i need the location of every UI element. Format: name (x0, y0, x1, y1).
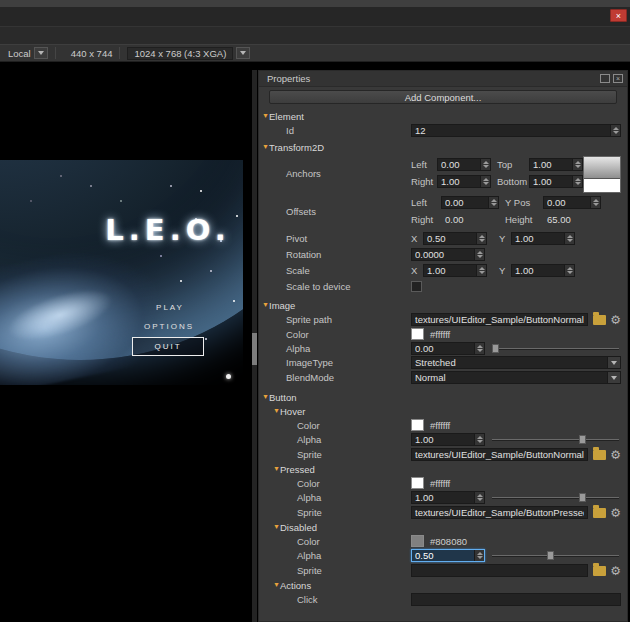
numeric-spinner[interactable] (572, 176, 582, 187)
browse-folder-icon[interactable] (593, 450, 606, 460)
numeric-spinner[interactable] (610, 125, 620, 136)
numeric-spinner[interactable] (590, 197, 600, 208)
coord-space-dropdown[interactable] (34, 47, 48, 59)
spinner-up-icon[interactable] (477, 436, 483, 439)
spinner-down-icon[interactable] (477, 255, 483, 258)
spinner-down-icon[interactable] (477, 440, 483, 443)
numeric-spinner[interactable] (488, 197, 498, 208)
alpha-slider[interactable] (492, 433, 621, 446)
sprite-field[interactable]: textures/UIEditor_Sample/ButtonNormal.ti… (411, 448, 588, 461)
window-close-button[interactable]: × (610, 9, 627, 22)
spinner-down-icon[interactable] (479, 271, 485, 274)
numeric-spinner[interactable] (476, 265, 486, 276)
color-swatch[interactable] (411, 477, 424, 489)
spinner-up-icon[interactable] (613, 127, 619, 130)
slider-track[interactable] (492, 439, 619, 440)
game-canvas-preview[interactable]: L.E.O. PLAY OPTIONS QUIT (0, 160, 243, 385)
spinner-up-icon[interactable] (567, 267, 573, 270)
alpha-slider[interactable] (492, 342, 621, 355)
slider-knob[interactable] (579, 493, 586, 502)
sprite-field[interactable]: textures/UIEditor_Sample/ButtonPressed.t… (411, 506, 588, 519)
slider-knob[interactable] (492, 344, 499, 353)
alpha-slider[interactable] (492, 491, 621, 504)
spinner-down-icon[interactable] (575, 165, 581, 168)
spinner-up-icon[interactable] (477, 494, 483, 497)
alpha-field[interactable]: 1.00 (411, 433, 485, 446)
offset-left-field[interactable]: 0.00 (441, 196, 499, 209)
slider-track[interactable] (492, 555, 619, 556)
spinner-up-icon[interactable] (575, 161, 581, 164)
spinner-down-icon[interactable] (477, 556, 483, 559)
subsection-actions[interactable]: ▼ Actions (259, 578, 627, 592)
section-button[interactable]: ▼ Button (259, 390, 627, 404)
spinner-up-icon[interactable] (477, 251, 483, 254)
scale-y-field[interactable]: 1.00 (511, 264, 575, 277)
numeric-spinner[interactable] (474, 550, 484, 561)
alpha-field-focused[interactable]: 0.50 (411, 549, 485, 562)
collapse-arrow-icon[interactable]: ▼ (259, 143, 269, 151)
panel-scrollbar-thumb[interactable] (252, 333, 257, 365)
offset-ypos-field[interactable]: 0.00 (543, 196, 601, 209)
sprite-path-field[interactable]: textures/UIEditor_Sample/ButtonNormal.ti… (411, 313, 588, 326)
spinner-down-icon[interactable] (477, 349, 483, 352)
spinner-up-icon[interactable] (567, 235, 573, 238)
spinner-down-icon[interactable] (483, 182, 489, 185)
settings-gear-icon[interactable]: ⚙ (610, 565, 621, 577)
settings-gear-icon[interactable]: ⚙ (610, 314, 621, 326)
offset-height-value[interactable]: 65.00 (543, 214, 601, 225)
numeric-spinner[interactable] (476, 233, 486, 244)
section-image[interactable]: ▼ Image (259, 298, 627, 312)
browse-folder-icon[interactable] (593, 566, 606, 576)
spinner-down-icon[interactable] (613, 131, 619, 134)
alpha-slider[interactable] (492, 549, 621, 562)
browse-folder-icon[interactable] (593, 315, 606, 325)
spinner-down-icon[interactable] (567, 239, 573, 242)
anchor-right-field[interactable]: 1.00 (437, 175, 491, 188)
collapse-arrow-icon[interactable]: ▼ (259, 393, 269, 401)
numeric-spinner[interactable] (474, 249, 484, 260)
pivot-x-field[interactable]: 0.50 (423, 232, 487, 245)
blend-mode-dropdown[interactable]: Normal (411, 371, 621, 384)
slider-knob[interactable] (579, 435, 586, 444)
resolution-field[interactable]: 1024 x 768 (4:3 XGA) (127, 47, 233, 60)
anchor-top-field[interactable]: 1.00 (529, 158, 583, 171)
sprite-field[interactable] (411, 564, 588, 577)
float-panel-icon[interactable] (600, 74, 610, 83)
spinner-up-icon[interactable] (477, 552, 483, 555)
spinner-down-icon[interactable] (479, 239, 485, 242)
settings-gear-icon[interactable]: ⚙ (610, 507, 621, 519)
spinner-up-icon[interactable] (479, 267, 485, 270)
add-component-button[interactable]: Add Component... (269, 90, 617, 104)
rotation-field[interactable]: 0.0000 (411, 248, 485, 261)
quit-button-element[interactable]: QUIT (132, 337, 204, 356)
image-type-dropdown[interactable]: Stretched (411, 356, 621, 369)
options-menu-item[interactable]: OPTIONS (144, 322, 194, 331)
slider-track[interactable] (492, 497, 619, 498)
numeric-spinner[interactable] (564, 233, 574, 244)
spinner-up-icon[interactable] (593, 199, 599, 202)
spinner-up-icon[interactable] (491, 199, 497, 202)
anchor-left-field[interactable]: 0.00 (437, 158, 491, 171)
dropdown-button[interactable] (607, 357, 620, 368)
play-menu-item[interactable]: PLAY (156, 303, 184, 312)
section-element[interactable]: ▼ Element (259, 109, 627, 123)
offset-right-value[interactable]: 0.00 (441, 214, 499, 225)
collapse-arrow-icon[interactable]: ▼ (259, 301, 269, 309)
spinner-down-icon[interactable] (593, 203, 599, 206)
numeric-spinner[interactable] (474, 492, 484, 503)
spinner-down-icon[interactable] (477, 498, 483, 501)
spinner-up-icon[interactable] (479, 235, 485, 238)
color-swatch[interactable] (411, 535, 424, 547)
spinner-down-icon[interactable] (575, 182, 581, 185)
collapse-arrow-icon[interactable]: ▼ (270, 407, 280, 415)
settings-gear-icon[interactable]: ⚙ (610, 449, 621, 461)
browse-folder-icon[interactable] (593, 508, 606, 518)
slider-knob[interactable] (547, 551, 554, 560)
click-action-field[interactable] (411, 593, 621, 606)
numeric-spinner[interactable] (474, 343, 484, 354)
color-swatch[interactable] (411, 328, 424, 340)
spinner-down-icon[interactable] (483, 165, 489, 168)
pivot-y-field[interactable]: 1.00 (511, 232, 575, 245)
alpha-field[interactable]: 1.00 (411, 491, 485, 504)
spinner-up-icon[interactable] (575, 178, 581, 181)
